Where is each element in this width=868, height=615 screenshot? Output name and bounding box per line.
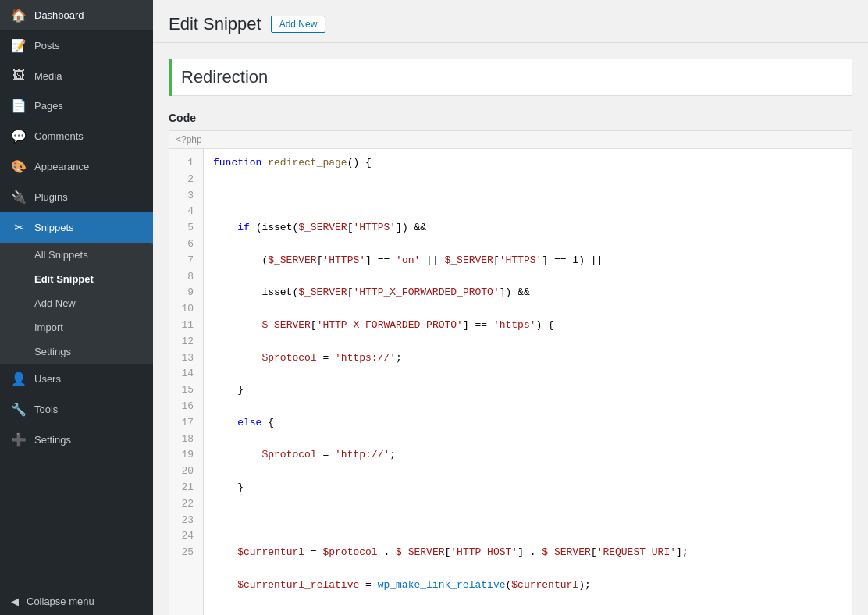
sidebar-item-label: Snippets [34, 222, 74, 233]
settings-icon: ➕ [11, 432, 27, 447]
snippets-submenu: All Snippets Edit Snippet Add New Import… [0, 243, 153, 364]
collapse-menu-button[interactable]: ◀ Collapse menu [0, 588, 153, 615]
sidebar-item-label: Settings [34, 434, 71, 446]
sidebar-item-label: Appearance [34, 161, 89, 172]
dashboard-icon: 🏠 [11, 8, 27, 23]
comments-icon: 💬 [11, 129, 27, 144]
sidebar-item-users[interactable]: 👤 Users [0, 364, 153, 394]
sidebar-item-snippets[interactable]: ✂ Snippets [0, 212, 153, 243]
submenu-import[interactable]: Import [0, 315, 153, 339]
sidebar-item-label: Tools [34, 403, 58, 415]
sidebar-item-label: Dashboard [34, 9, 84, 21]
php-tag: <?php [176, 134, 202, 145]
sidebar-item-label: Pages [34, 100, 63, 112]
content-area: Code <?php 12345 678910 1112131415 16171… [153, 43, 868, 615]
sidebar-item-plugins[interactable]: 🔌 Plugins [0, 182, 153, 212]
tools-icon: 🔧 [11, 402, 27, 417]
code-body[interactable]: 12345 678910 1112131415 1617181920 21222… [169, 149, 852, 615]
sidebar-item-settings[interactable]: ➕ Settings [0, 425, 153, 455]
sidebar-item-dashboard[interactable]: 🏠 Dashboard [0, 0, 153, 30]
snippets-icon: ✂ [11, 220, 27, 235]
submenu-settings[interactable]: Settings [0, 339, 153, 364]
code-section-label: Code [169, 112, 852, 124]
page-title: Edit Snippet [169, 14, 261, 34]
plugins-icon: 🔌 [11, 190, 27, 204]
sidebar-item-comments[interactable]: 💬 Comments [0, 121, 153, 151]
sidebar: 🏠 Dashboard 📝 Posts 🖼 Media 📄 Pages 💬 Co… [0, 0, 153, 615]
submenu-add-new[interactable]: Add New [0, 291, 153, 315]
appearance-icon: 🎨 [11, 159, 27, 174]
line-numbers: 12345 678910 1112131415 1617181920 21222… [169, 149, 204, 615]
collapse-icon: ◀ [11, 595, 19, 607]
sidebar-item-label: Comments [34, 130, 84, 142]
code-editor: <?php 12345 678910 1112131415 1617181920… [169, 130, 852, 615]
sidebar-item-appearance[interactable]: 🎨 Appearance [0, 151, 153, 182]
sidebar-item-label: Plugins [34, 191, 68, 203]
sidebar-item-pages[interactable]: 📄 Pages [0, 91, 153, 121]
add-new-button[interactable]: Add New [271, 16, 326, 33]
active-indicator [151, 212, 153, 243]
snippet-title-input[interactable] [172, 59, 852, 96]
sidebar-item-label: Media [34, 70, 62, 82]
sidebar-item-tools[interactable]: 🔧 Tools [0, 394, 153, 425]
sidebar-item-label: Users [34, 373, 61, 385]
media-icon: 🖼 [11, 69, 27, 83]
code-content[interactable]: function redirect_page() { if (isset($_S… [204, 149, 852, 615]
submenu-all-snippets[interactable]: All Snippets [0, 243, 153, 267]
posts-icon: 📝 [11, 38, 27, 53]
sidebar-item-media[interactable]: 🖼 Media [0, 61, 153, 91]
code-header: <?php [169, 131, 852, 149]
users-icon: 👤 [11, 371, 27, 386]
sidebar-item-label: Posts [34, 40, 60, 52]
snippet-title-wrap [169, 59, 852, 96]
submenu-edit-snippet[interactable]: Edit Snippet [0, 267, 153, 291]
sidebar-item-posts[interactable]: 📝 Posts [0, 30, 153, 61]
page-header: Edit Snippet Add New [153, 0, 868, 43]
pages-icon: 📄 [11, 98, 27, 113]
collapse-label: Collapse menu [27, 595, 94, 607]
main-content: Edit Snippet Add New Code <?php 12345 67… [153, 0, 868, 615]
